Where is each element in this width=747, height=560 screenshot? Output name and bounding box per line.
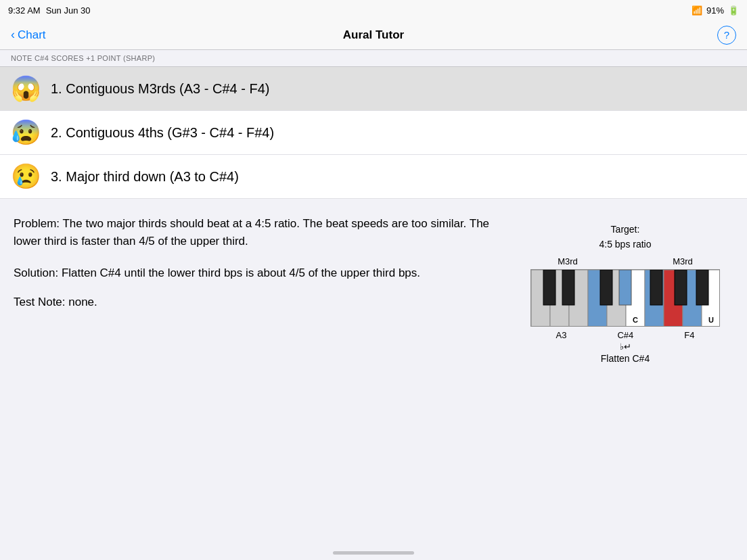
time: 9:32 AM xyxy=(8,5,41,16)
svg-rect-12 xyxy=(600,270,612,305)
help-button[interactable]: ? xyxy=(717,26,736,45)
svg-rect-15 xyxy=(675,270,687,305)
note-labels-row: A3 C#4 F4 xyxy=(530,330,720,340)
emoji-2: 😰 xyxy=(11,120,41,145)
battery-icon: 🔋 xyxy=(728,5,739,16)
home-indicator xyxy=(333,551,414,555)
list-item-1[interactable]: 😱 1. Contiguous M3rds (A3 - C#4 - F4) xyxy=(0,67,747,111)
note-f4-label: F4 xyxy=(684,330,694,340)
emoji-1: 😱 xyxy=(11,76,41,101)
piano-diagram: C U xyxy=(530,269,720,327)
m3rd-labels: M3rd M3rd xyxy=(530,256,720,266)
list-text-2: 2. Contiguous 4ths (G#3 - C#4 - F#4) xyxy=(51,124,274,141)
back-chevron-icon: ‹ xyxy=(11,28,15,42)
list-container: 😱 1. Contiguous M3rds (A3 - C#4 - F4) 😰 … xyxy=(0,67,747,199)
target-label: Target: 4:5 bps ratio xyxy=(599,222,651,252)
svg-rect-10 xyxy=(543,270,556,305)
flatten-arrow-icon: ♭↵ xyxy=(620,342,631,352)
list-item-2[interactable]: 😰 2. Contiguous 4ths (G#3 - C#4 - F#4) xyxy=(0,111,747,155)
diagram-area: Target: 4:5 bps ratio M3rd M3rd xyxy=(517,215,733,364)
svg-rect-16 xyxy=(696,270,708,305)
section-header: NOTE C#4 SCORES +1 POINT (SHARP) xyxy=(0,50,747,67)
back-button[interactable]: ‹ Chart xyxy=(11,28,46,42)
test-note: Test Note: none. xyxy=(14,296,503,309)
content-left: Problem: The two major thirds should bea… xyxy=(14,215,503,364)
svg-rect-13 xyxy=(619,270,631,305)
list-item-3[interactable]: 😢 3. Major third down (A3 to C#4) xyxy=(0,155,747,199)
svg-text:C: C xyxy=(633,316,638,324)
piano-svg: C U xyxy=(531,270,720,327)
wifi-icon: 📶 xyxy=(692,5,702,16)
flatten-text-label: Flatten C#4 xyxy=(601,353,650,364)
problem-text: Problem: The two major thirds should bea… xyxy=(14,215,503,251)
status-time-date: 9:32 AM Sun Jun 30 xyxy=(8,5,90,16)
battery-percent: 91% xyxy=(706,5,724,16)
black-keys xyxy=(543,270,708,305)
back-label: Chart xyxy=(18,28,46,42)
nav-title: Aural Tutor xyxy=(343,28,404,42)
date: Sun Jun 30 xyxy=(46,5,91,16)
help-icon: ? xyxy=(724,29,729,41)
flatten-instruction: ♭↵ Flatten C#4 xyxy=(601,342,650,364)
svg-rect-14 xyxy=(650,270,662,305)
nav-bar: ‹ Chart Aural Tutor ? xyxy=(0,20,747,50)
status-icons: 📶 91% 🔋 xyxy=(692,5,739,16)
note-csharp4-label: C#4 xyxy=(617,330,633,340)
m3rd-left-label: M3rd xyxy=(558,256,578,266)
solution-text: Solution: Flatten C#4 until the lower th… xyxy=(14,264,503,282)
list-text-1: 1. Contiguous M3rds (A3 - C#4 - F4) xyxy=(51,80,269,97)
emoji-3: 😢 xyxy=(11,164,41,189)
svg-text:U: U xyxy=(708,316,714,324)
status-bar: 9:32 AM Sun Jun 30 📶 91% 🔋 xyxy=(0,0,747,20)
note-a3-label: A3 xyxy=(556,330,567,340)
content-area: Problem: The two major thirds should bea… xyxy=(0,199,747,377)
svg-rect-11 xyxy=(562,270,574,305)
m3rd-right-label: M3rd xyxy=(673,256,693,266)
list-text-3: 3. Major third down (A3 to C#4) xyxy=(51,168,239,185)
